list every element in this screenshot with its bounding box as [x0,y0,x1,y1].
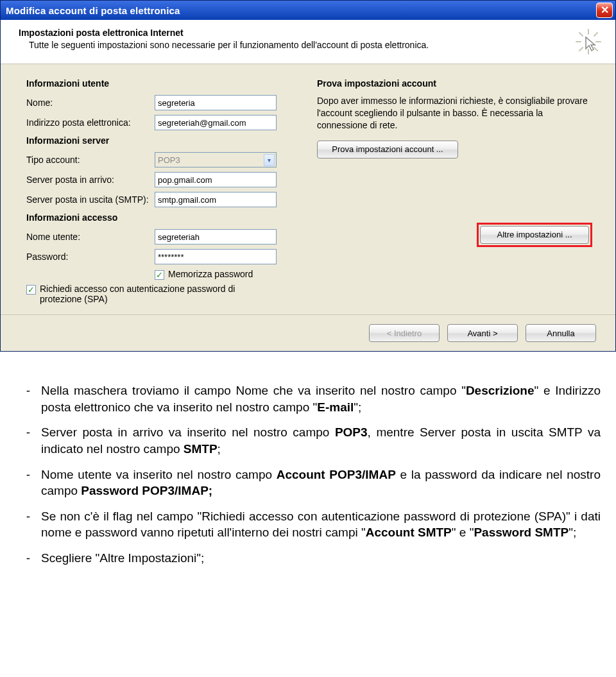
incoming-label: Server posta in arrivo: [26,175,155,185]
window-title: Modifica account di posta elettronica [6,5,180,16]
highlight-box: Altre impostazioni ... [477,223,592,247]
list-item: - Scegliere "Altre Impostazioni"; [15,550,601,567]
body-pane: Informazioni utente Nome: Indirizzo post… [1,64,615,314]
account-type-select[interactable]: POP3 ▾ [155,152,277,167]
cursor-icon [574,28,603,56]
name-label: Nome: [26,98,155,108]
check-icon: ✓ [28,286,35,294]
titlebar[interactable]: Modifica account di posta elettronica ✕ [1,1,615,20]
header-title: Impostazioni posta elettronica Internet [19,28,429,38]
list-item: - Nome utente va inserito nel nostro cam… [15,467,601,499]
section-user-info: Informazioni utente [26,78,302,89]
name-field[interactable] [155,95,277,110]
check-icon: ✓ [156,271,163,279]
header-subtitle: Tutte le seguenti impostazioni sono nece… [19,40,429,50]
list-item: - Server posta in arrivo va inserito nel… [15,424,601,457]
remember-password-row[interactable]: ✓ Memorizza password [26,269,270,280]
header-pane: Impostazioni posta elettronica Internet … [1,20,615,64]
svg-line-7 [579,47,583,51]
right-column: Prova impostazioni account Dopo aver imm… [317,78,592,308]
svg-line-4 [579,33,583,36]
email-field[interactable] [155,115,277,130]
back-button[interactable]: < Indietro [369,324,440,342]
left-column: Informazioni utente Nome: Indirizzo post… [26,78,302,308]
remember-password-label: Memorizza password [168,269,253,279]
spa-row[interactable]: ✓ Richiedi accesso con autenticazione pa… [26,284,270,304]
account-type-label: Tipo account: [26,155,155,165]
account-type-value: POP3 [158,155,180,165]
instruction-notes: - Nella maschera troviamo il campo Nome … [0,367,616,595]
list-item: - Se non c'è il flag nel campo "Richiedi… [15,508,601,541]
incoming-server-field[interactable] [155,172,277,187]
username-field[interactable] [155,229,277,244]
spa-label: Richiedi accesso con autenticazione pass… [40,284,270,304]
outgoing-server-field[interactable] [155,192,277,207]
cancel-button[interactable]: Annulla [526,324,596,342]
chevron-down-icon: ▾ [264,154,275,166]
svg-line-6 [594,33,597,36]
password-label: Password: [26,252,155,262]
test-settings-button[interactable]: Prova impostazioni account ... [317,141,458,159]
username-label: Nome utente: [26,232,155,242]
section-login-info: Informazioni accesso [26,212,302,223]
email-account-dialog: Modifica account di posta elettronica ✕ … [0,0,616,352]
password-field[interactable] [155,249,277,264]
email-label: Indirizzo posta elettronica: [26,117,155,128]
outgoing-label: Server posta in uscita (SMTP): [26,194,155,205]
footer-pane: < Indietro Avanti > Annulla [1,314,615,351]
list-item: - Nella maschera troviamo il campo Nome … [15,382,601,415]
next-button[interactable]: Avanti > [447,324,518,342]
remember-password-checkbox[interactable]: ✓ [155,270,164,280]
svg-line-5 [594,47,597,51]
section-server-info: Informazioni server [26,135,302,146]
section-test: Prova impostazioni account [317,78,592,89]
spa-checkbox[interactable]: ✓ [26,285,36,295]
more-settings-button[interactable]: Altre impostazioni ... [480,226,589,244]
test-description: Dopo aver immesso le informazioni richie… [317,95,592,132]
close-button[interactable]: ✕ [596,3,613,18]
